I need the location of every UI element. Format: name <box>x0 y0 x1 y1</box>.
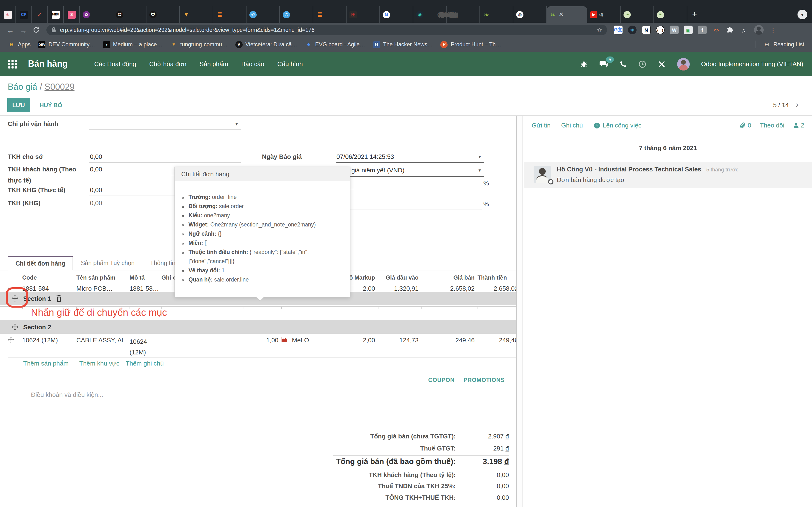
phone-icon[interactable] <box>619 60 627 68</box>
app-title[interactable]: Bán hàng <box>28 59 68 69</box>
json-viewer-icon[interactable]: {…} <box>656 25 665 34</box>
percent-input-2[interactable] <box>338 210 483 210</box>
drag-handle-icon[interactable] <box>8 337 22 343</box>
messages-icon[interactable]: 5 <box>599 60 608 68</box>
debug-bug-icon[interactable] <box>580 60 588 68</box>
bookmark-star-icon[interactable]: ☆ <box>597 26 602 34</box>
bookmark-producthunt[interactable]: PProduct Hunt – Th… <box>441 41 501 48</box>
refresh-icon[interactable] <box>33 26 40 33</box>
tab-odoo-duan[interactable]: ❧Dự án <box>480 6 513 23</box>
trash-icon[interactable] <box>56 295 62 302</box>
send-message-button[interactable]: Gửi tin <box>532 122 551 129</box>
notion-icon[interactable]: N <box>642 25 651 34</box>
menu-to-invoice[interactable]: Chờ hóa đơn <box>149 60 187 68</box>
chevron-down-icon[interactable]: ▾ <box>478 154 481 159</box>
add-note-link[interactable]: Thêm ghi chú <box>126 360 164 367</box>
tab-order-lines[interactable]: Chi tiết đơn hàng <box>8 256 73 270</box>
gitlab-icon: ▼ <box>183 11 190 18</box>
followers-button[interactable]: 2 <box>793 122 804 129</box>
attachments-button[interactable]: 0 <box>740 122 751 129</box>
tab-globe[interactable]: ◍20 AC <box>513 6 547 23</box>
quotation-date-input[interactable]: 07/06/2021 14:25:53 <box>337 153 394 160</box>
tkh-cho-so-input[interactable]: 0,00 <box>90 153 102 160</box>
react-devtools-icon[interactable]: ⚛ <box>628 25 637 34</box>
bookmark-apps[interactable]: ▦Apps <box>8 41 31 48</box>
bookmark-gitlab[interactable]: ▼tungtung-commu… <box>170 41 227 48</box>
schedule-activity-button[interactable]: Lên công việc <box>594 122 642 129</box>
tab-mudrex[interactable]: ✿Mudre <box>80 6 113 23</box>
pinned-tab-hieutv[interactable]: HIEU <box>48 6 64 23</box>
close-tab-icon[interactable]: ✕ <box>559 11 564 18</box>
pinned-tab-check[interactable]: ✓ <box>32 6 48 23</box>
activities-clock-icon[interactable] <box>638 60 646 68</box>
playlist-icon[interactable]: ♬ <box>740 25 749 34</box>
browser-menu-icon[interactable]: ⋮ <box>770 26 776 34</box>
operating-cost-input[interactable] <box>89 129 241 130</box>
chatter-message[interactable]: Hồ Công Vũ - Industrial Process Technica… <box>524 162 812 188</box>
chevron-down-icon[interactable]: ▾ <box>236 121 238 126</box>
tab-manager-icon[interactable]: ▣ <box>684 25 693 34</box>
order-line-row-2[interactable]: 10624 (12M) CABLE ASSY, Al… 10624(12M) 1… <box>8 334 516 358</box>
tkh-khach-hang-input[interactable]: 0,00 <box>90 166 102 173</box>
support-tools-icon[interactable] <box>658 60 665 68</box>
breadcrumb-quotations[interactable]: Báo giá <box>8 82 37 92</box>
percent-input-1[interactable] <box>338 189 483 189</box>
section-2-row[interactable]: Section 2 <box>0 320 516 334</box>
extensions-puzzle-icon[interactable] <box>726 25 735 34</box>
pricelist-input[interactable]: giá niêm yết (VND) <box>351 167 405 174</box>
tab-github[interactable]: ᗢGitHub <box>146 6 180 23</box>
reading-list-button[interactable]: ▤Reading List <box>763 41 804 48</box>
bookmark-dev[interactable]: DEVDEV Community… <box>38 41 95 48</box>
forward-icon[interactable]: → <box>20 26 27 34</box>
browser-profile-avatar[interactable] <box>754 25 764 35</box>
user-avatar[interactable] <box>677 58 690 70</box>
tab-odoo-vag[interactable]: ❧VAG O <box>654 6 687 23</box>
tab-search-button[interactable]: ▾ <box>798 10 807 19</box>
discard-button[interactable]: HUỶ BỎ <box>37 98 65 112</box>
pinned-tab-cp68[interactable]: CP <box>16 6 32 23</box>
add-section-link[interactable]: Thêm khu vực <box>79 360 119 367</box>
tab-gitlab[interactable]: ▼Projec <box>180 6 213 23</box>
bookmark-hackernews[interactable]: HThe Hacker News… <box>373 41 433 48</box>
github-icon: ᗢ <box>116 11 123 18</box>
tab-youtube[interactable]: ▶To◁) <box>587 6 621 23</box>
bookmark-evg[interactable]: ◆EVG board - Agile… <box>305 41 365 48</box>
tab-odoo-tong[interactable]: ❧Tổng <box>621 6 654 23</box>
pager-prev-icon[interactable]: ‹ <box>782 101 785 109</box>
promotions-button[interactable]: PROMOTIONS <box>463 377 505 383</box>
code-icon[interactable]: <> <box>712 25 721 34</box>
tkh-khg-thucte-input[interactable]: 0,00 <box>90 186 102 193</box>
pinned-tab-s[interactable]: S <box>64 6 80 23</box>
tab-github-how[interactable]: ᗢHow t <box>113 6 146 23</box>
back-icon[interactable]: ← <box>7 26 14 34</box>
menu-products[interactable]: Sản phẩm <box>200 60 229 68</box>
coupon-button[interactable]: COUPON <box>428 377 455 383</box>
tab-active-sale-order[interactable]: ❧S0✕ <box>547 6 587 23</box>
apps-menu-icon[interactable] <box>8 59 17 69</box>
drag-handle-icon[interactable] <box>12 324 18 330</box>
user-name[interactable]: Odoo Implemenation Tung (VIETAN) <box>701 60 803 68</box>
pager-next-icon[interactable]: › <box>796 101 799 109</box>
tab-optional-products[interactable]: Sản phẩm Tuỳ chọn <box>73 256 142 270</box>
form-scrollbar[interactable] <box>516 116 523 507</box>
url-text: erp.vietan-group.vn/web#id=29&action=292… <box>60 27 593 33</box>
menu-reports[interactable]: Báo cáo <box>241 60 264 68</box>
new-tab-button[interactable]: + <box>687 6 702 23</box>
log-note-button[interactable]: Ghi chú <box>561 122 583 129</box>
address-bar[interactable]: erp.vietan-group.vn/web#id=29&action=292… <box>46 24 607 35</box>
bookmark-medium[interactable]: ◑Medium – a place… <box>103 41 162 48</box>
menu-settings[interactable]: Cấu hình <box>277 60 303 68</box>
menu-activities[interactable]: Các Hoạt động <box>94 60 136 68</box>
terms-placeholder[interactable]: Điều khoản và điều kiện... <box>31 391 103 398</box>
bookmark-vietcetera[interactable]: VVietcetera: Đưa câ… <box>236 41 297 48</box>
percent-suffix: % <box>483 201 489 208</box>
follow-button[interactable]: Theo dõi <box>760 122 784 129</box>
add-product-link[interactable]: Thêm sản phẩm <box>23 360 69 367</box>
wikipedia-icon[interactable]: W <box>670 25 678 34</box>
translate-icon[interactable]: G文 <box>614 25 622 34</box>
tab-stackoverflow-js[interactable]: ≣javasc <box>213 6 247 23</box>
facebook-icon[interactable]: f <box>698 25 707 34</box>
save-button[interactable]: LƯU <box>7 98 30 112</box>
chevron-down-icon[interactable]: ▾ <box>478 168 481 173</box>
pinned-tab-flower[interactable]: ❀ <box>0 6 16 23</box>
